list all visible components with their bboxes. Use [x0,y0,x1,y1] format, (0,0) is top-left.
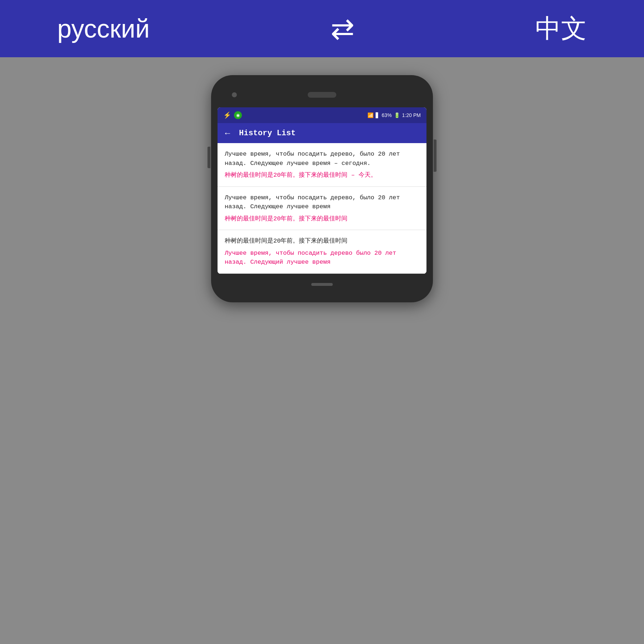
phone-screen: ⚡ ◉ 📶 ▋ 63% 🔋 1:20 PM ← History List [218,107,426,274]
gps-icon: ◉ [234,111,242,119]
source-text-2: Лучшее время, чтобы посадить дерево, был… [225,193,419,211]
screen-title: History List [239,129,296,138]
source-language: русский [57,14,150,43]
translation-text-1: 种树的最佳时间是20年前。接下来的最佳时间 – 今天。 [225,171,419,180]
phone-device: ⚡ ◉ 📶 ▋ 63% 🔋 1:20 PM ← History List [211,75,433,302]
phone-top-bar [218,86,426,104]
status-right-info: 📶 ▋ 63% 🔋 1:20 PM [367,112,421,118]
usb-icon: ⚡ [223,111,231,119]
source-text-3: 种树的最佳时间是20年前。接下来的最佳时间 [225,236,419,246]
status-left-icons: ⚡ ◉ [223,111,242,119]
time-display: 1:20 PM [402,112,421,118]
top-header: русский ⇄ 中文 [0,0,644,57]
speaker-grille [308,92,336,98]
status-bar: ⚡ ◉ 📶 ▋ 63% 🔋 1:20 PM [218,107,426,123]
source-text-1: Лучшее время, чтобы посадить дерево, был… [225,150,419,168]
battery-percent: 63% [382,112,392,118]
target-language: 中文 [535,11,587,46]
wifi-icon: 📶 [367,112,374,118]
list-item[interactable]: Лучшее время, чтобы посадить дерево, был… [218,143,426,187]
swap-icon[interactable]: ⇄ [331,12,355,45]
translation-text-3: Лучшее время, чтобы посадить дерево было… [225,249,419,267]
app-bar: ← History List [218,123,426,143]
history-list: Лучшее время, чтобы посадить дерево, был… [218,143,426,274]
list-item[interactable]: Лучшее время, чтобы посадить дерево, был… [218,187,426,230]
battery-icon: 🔋 [394,112,400,118]
back-button[interactable]: ← [223,128,232,138]
translation-text-2: 种树的最佳时间是20年前。接下来的最佳时间 [225,214,419,224]
list-item[interactable]: 种树的最佳时间是20年前。接下来的最佳时间 Лучшее время, чтоб… [218,230,426,274]
phone-wrapper: ⚡ ◉ 📶 ▋ 63% 🔋 1:20 PM ← History List [211,75,433,644]
signal-bars: ▋ [376,112,380,118]
power-button [434,140,436,172]
front-camera [232,92,237,97]
volume-button [208,147,210,168]
